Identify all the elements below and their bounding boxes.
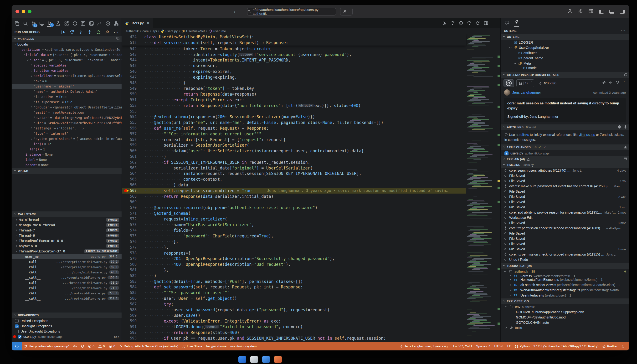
variable-row[interactable]: special variables [12, 63, 122, 68]
extensions-icon[interactable] [64, 20, 70, 27]
code-line-562[interactable]: 562········if SESSION_KEY_IMPERSONATE_US… [122, 160, 466, 165]
variable-row[interactable]: 'name'='authentik Default Admin' [12, 89, 122, 94]
commit-sha[interactable]: f285096 [538, 81, 556, 85]
timeline-item[interactable]: Undo / Redo [501, 257, 629, 262]
variable-row[interactable]: len()=1 [12, 146, 122, 152]
dock-app-icon[interactable] [250, 356, 258, 363]
code-line-560[interactable]: 560············data={"user": UserSelfSer… [122, 148, 466, 154]
variable-row[interactable]: 'type'='internal' [12, 131, 122, 136]
blame-status[interactable]: Jens Langhammer, 3 years ago [398, 344, 451, 348]
code-line-561[interactable]: 561········) [122, 154, 466, 160]
code-line-572[interactable]: 572········request=inline_serializer( [122, 216, 466, 222]
code-line-590[interactable]: 590········except (ValidationError, Inte… [122, 318, 466, 324]
debug-session-status[interactable]: Debug: Attach Server Core (authentik) [117, 344, 180, 348]
go-env-var[interactable]: GOMOD=~/dev/authentik/go.mod [501, 315, 629, 320]
customize-layout-icon[interactable] [588, 8, 593, 14]
callstack-thread[interactable]: Thread-6PAUSED [12, 233, 122, 238]
breadcrumb-item[interactable]: user_me [208, 29, 226, 33]
timeline-item[interactable]: File Saved [501, 241, 629, 246]
breakpoints-section-header[interactable]: BREAKPOINTS [12, 312, 122, 318]
code-line-569[interactable]: 569 [122, 199, 466, 205]
timeline-item[interactable]: File Saved3 mos [501, 220, 629, 226]
variable-row[interactable]: 'is_active'=True [12, 94, 122, 100]
indentation-status[interactable]: Spaces: 4 [474, 344, 492, 348]
todo-file-row[interactable]: TSHorizontalFormElement.ts (web/src/elem… [501, 277, 629, 282]
code-line-547[interactable]: 547····················expiring=expiring… [122, 74, 466, 80]
timer-icon[interactable] [475, 21, 480, 25]
code-line-591[interactable]: 591············LOGGER.debug(event="Faile… [122, 324, 466, 330]
variable-row[interactable]: 'username'='akadmin' [12, 84, 122, 89]
author-link[interactable]: Jens Langhammer [512, 90, 541, 94]
variable-row[interactable]: 'email'='root@example.com' [12, 110, 122, 115]
timeline-item[interactable]: File Saved [501, 173, 629, 178]
code-line-552[interactable]: 552················return Response(data=… [122, 103, 466, 108]
remote-indicator[interactable] [12, 342, 22, 350]
source-control-icon[interactable]: 12 [30, 20, 37, 27]
code-line-584[interactable]: 584····def set_password(self, request: R… [122, 284, 466, 290]
replay-forward-icon[interactable] [467, 21, 472, 25]
code-line-551[interactable]: 551············except IntegrityError as … [122, 97, 466, 103]
code-line-556[interactable]: 556····def user_me(self, request: Reques… [122, 126, 466, 131]
dock-app-icon[interactable] [262, 356, 270, 363]
timeline-item[interactable]: File Saved [501, 236, 629, 241]
go-tools-row[interactable]: tools [501, 325, 629, 330]
code-line-576[interactable]: 576············}, [122, 239, 466, 244]
close-window-button[interactable] [16, 10, 19, 13]
variable-row[interactable]: len()=12 [12, 141, 122, 146]
changed-file-row[interactable]: ± users.py authentik/core/api [501, 150, 629, 156]
code-line-585[interactable]: 585········"""Set password for user""" [122, 290, 466, 296]
code-line-577[interactable]: 577········), [122, 244, 466, 250]
toggle-primary-sidebar-icon[interactable] [599, 10, 604, 14]
callstack-frame[interactable]: __call__.../enterprise/middleware.py39:1 [12, 259, 122, 264]
callstack-frame[interactable]: __call__.../core/middleware.py71:1 [12, 285, 122, 290]
callstack-frame[interactable]: __call__.../brands/middleware.py31:1 [12, 280, 122, 285]
variable-row[interactable]: 'user'={'pk': 6, 'username': 'akadmin', … [12, 58, 122, 63]
github-icon[interactable] [72, 20, 78, 27]
timeline-item[interactable]: Workspace Edit [501, 215, 629, 220]
prettier-status[interactable]: Prettier [600, 344, 619, 348]
outline-item[interactable]: LOGGER [501, 40, 629, 45]
variable-row[interactable]: 'groups'=<generator object UserSelfSeria… [12, 105, 122, 110]
toggle-secondary-sidebar-icon[interactable] [620, 10, 625, 14]
notifications-bell[interactable] [619, 344, 627, 348]
code-line-550[interactable]: 550················return Response(data=… [122, 91, 466, 97]
stats-icon[interactable] [624, 145, 627, 150]
callstack-thread[interactable]: MainThreadPAUSED [12, 217, 122, 222]
code-line-568[interactable]: 568········return Response(data=serializ… [122, 194, 466, 199]
gitlens-section-header[interactable]: GITLENS: INSPECT: COMMIT DETAILS [501, 72, 629, 78]
todo-file-row[interactable]: TSak-search-select-view.ts (web/src/elem… [501, 282, 629, 288]
code-line-543[interactable]: 543····················identifier=slugif… [122, 52, 466, 58]
breadcrumb-item[interactable]: api [152, 29, 157, 33]
breakpoint-row[interactable]: Raised Exceptions [12, 318, 122, 324]
code-line-570[interactable]: 570····@permission_required(obj_perm="au… [122, 205, 466, 210]
timeline-item[interactable]: File Saved1 wk [501, 178, 629, 184]
todo-project-row[interactable]: authentik39 [501, 269, 629, 274]
sync-status[interactable] [79, 344, 86, 348]
callstack-frame[interactable]: __call__.../core/middleware.py48:1 [12, 270, 122, 275]
code-line-587[interactable]: 587········try: [122, 301, 466, 307]
variable-row[interactable]: 'system_permissions'=['access_admin_inte… [12, 136, 122, 141]
code-line-581[interactable]: 581········}, [122, 267, 466, 273]
step-over-button[interactable] [70, 30, 74, 34]
variable-row[interactable]: serializer=<authentik.core.api.users.Use… [12, 73, 122, 78]
checkbox[interactable] [15, 330, 18, 333]
gear-icon[interactable] [624, 125, 627, 130]
variable-row[interactable]: 'settings'={'locale': ''} [12, 126, 122, 131]
more-actions-icon[interactable]: ··· [621, 28, 626, 34]
code-line-555[interactable]: 555····@action(url_path="me", url_name="… [122, 120, 466, 126]
timeline-item[interactable]: events: make sure password set event has… [501, 184, 629, 189]
timeline-item[interactable]: core: fix permission check for scoped im… [501, 252, 629, 257]
hierarchy-icon[interactable] [113, 20, 119, 27]
encoding-status[interactable]: UTF-8 [492, 344, 505, 348]
callstack-frame[interactable]: __call__.../events/middleware.py156:1 [12, 275, 122, 280]
split-editor-icon[interactable] [484, 21, 488, 25]
timeline-item[interactable]: core: search users' attributes (#12740) … [501, 168, 629, 173]
code-line-542[interactable]: 542················token: Token = Token.… [122, 46, 466, 52]
code-line-589[interactable]: 589············user.save() [122, 312, 466, 318]
breadcrumb-item[interactable]: UserViewSet [182, 29, 205, 33]
variable-row[interactable]: serializer=<authentik.core.api.users.Ses… [12, 47, 122, 52]
code-line-586[interactable]: 586········user: User = self.get_object(… [122, 296, 466, 301]
code-line-582[interactable]: 582····) [122, 273, 466, 279]
variable-row[interactable]: 'pk'=6 [12, 78, 122, 84]
account-dropdown[interactable]: ⌄ [340, 8, 352, 16]
